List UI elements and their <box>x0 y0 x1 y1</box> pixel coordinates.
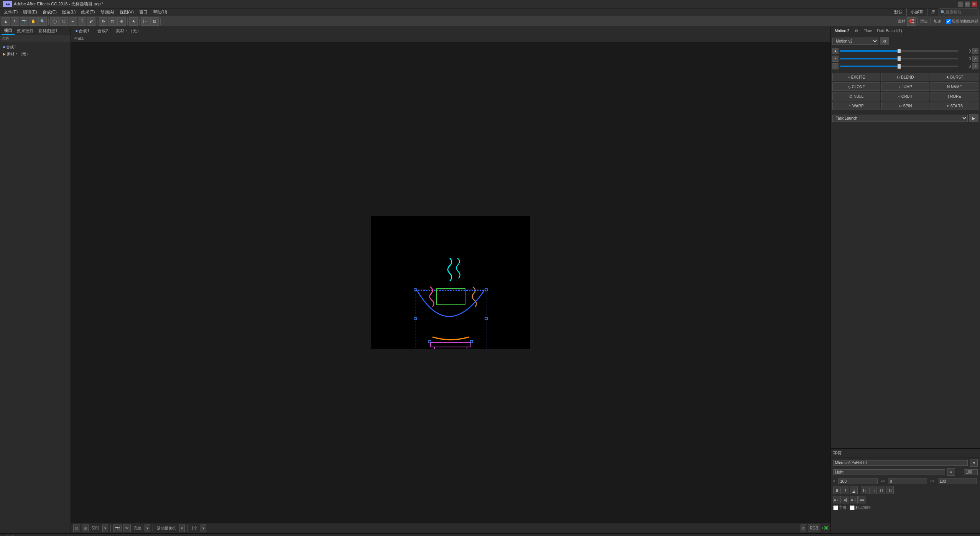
slider-1-thumb[interactable] <box>898 49 901 53</box>
btn-burst[interactable]: ★ BURST <box>931 73 978 81</box>
close-button[interactable]: ✕ <box>972 2 977 7</box>
tool-pen[interactable]: ✒ <box>69 17 77 26</box>
btn-stars[interactable]: ✦ STARS <box>931 102 978 110</box>
tool-rotate[interactable]: ↻ <box>11 17 19 26</box>
btn-clone[interactable]: ◇ CLONE <box>832 82 880 91</box>
tool-puppet[interactable]: ⊕ <box>117 17 126 26</box>
subscript-btn[interactable]: T↓ <box>869 487 877 494</box>
toggle-alpha[interactable]: α <box>801 524 807 532</box>
btn-jump[interactable]: ↓ JUMP <box>881 82 929 91</box>
motion-settings-btn[interactable]: ⚙ <box>880 37 889 45</box>
slider-1-btn[interactable]: ● <box>832 48 839 54</box>
snap-btn[interactable]: 🧲 <box>907 17 916 26</box>
plugin-tab-flow[interactable]: Flow <box>861 28 874 34</box>
slider-3-track[interactable] <box>840 66 958 67</box>
btn-orbit[interactable]: ○ ORBIT <box>881 92 929 100</box>
btn-spin[interactable]: ↻ SPIN <box>881 102 929 110</box>
tool-text[interactable]: T <box>78 17 86 26</box>
superscript-btn[interactable]: T↑ <box>861 487 868 494</box>
tool-brush[interactable]: 🖌 <box>87 17 95 26</box>
all-caps-btn[interactable]: TT <box>878 487 885 494</box>
underline-btn[interactable]: U <box>850 487 858 494</box>
slider-3-btn[interactable]: ○ <box>832 63 839 69</box>
btn-name[interactable]: N NAME <box>931 82 978 91</box>
slider-2-thumb[interactable] <box>898 56 901 61</box>
camera-btn[interactable]: ▾ <box>179 524 185 532</box>
zimu-checkbox[interactable] <box>833 505 838 510</box>
resolution-btn[interactable]: ▾ <box>145 524 150 532</box>
tab-layers[interactable]: 彩林图层1 <box>36 27 60 35</box>
align-center-btn[interactable]: ≡| <box>842 496 849 503</box>
slider-1-track[interactable] <box>840 50 958 52</box>
minimize-button[interactable]: ─ <box>958 2 963 7</box>
bezier-checkbox[interactable] <box>946 19 951 24</box>
slider-2-graph[interactable]: ↗ <box>972 56 978 62</box>
tab-project[interactable]: 项目 <box>2 27 15 35</box>
slider-2-btn[interactable]: × <box>832 56 839 62</box>
tool-align1[interactable]: |← <box>141 17 150 26</box>
menu-effect[interactable]: 效果(T) <box>79 8 97 16</box>
menu-comp[interactable]: 合成(C) <box>40 8 59 16</box>
font-family-dropdown[interactable]: ▾ <box>970 459 978 467</box>
tool-mask[interactable]: ◯ <box>50 17 59 26</box>
biaodian-checkbox[interactable] <box>850 505 855 510</box>
slider-2-track[interactable] <box>840 58 958 59</box>
tracking-input[interactable] <box>938 478 977 484</box>
comp-tab-3[interactable]: 素材：（无） <box>113 27 144 35</box>
btn-null[interactable]: ∅ NULL <box>832 92 880 100</box>
plugin-tab-motion2[interactable]: Motion 2 <box>832 28 852 34</box>
font-style-dropdown[interactable]: ▾ <box>947 468 955 476</box>
comp-tab-1[interactable]: ■ 合成1 <box>72 27 93 35</box>
slider-3-thumb[interactable] <box>898 64 901 69</box>
bold-btn[interactable]: B <box>833 487 841 494</box>
small-caps-btn[interactable]: Tt <box>886 487 894 494</box>
view-count-btn[interactable]: ▾ <box>201 524 206 532</box>
menu-edit[interactable]: 编辑(E) <box>21 8 39 16</box>
workspace-small[interactable]: 小屏幕 <box>908 8 926 16</box>
workspace-default[interactable]: 默认 <box>892 8 905 16</box>
search-input[interactable] <box>946 10 977 14</box>
tool-select[interactable]: ▲ <box>2 17 10 26</box>
tool-eraser[interactable]: ◻ <box>108 17 117 26</box>
font-style-input[interactable] <box>833 469 945 475</box>
font-family-input[interactable] <box>833 460 968 466</box>
kerning-input[interactable] <box>888 478 927 484</box>
tab-effects[interactable]: 效果控件 <box>15 27 36 35</box>
zoom-btn[interactable]: ▾ <box>102 524 108 532</box>
menu-help[interactable]: 帮助(H) <box>151 8 169 16</box>
tool-star[interactable]: ★ <box>129 17 138 26</box>
btn-rope[interactable]: ʃ ROPE <box>931 92 978 100</box>
italic-btn[interactable]: I <box>842 487 849 494</box>
plugin-tab-gear[interactable]: ⚙ <box>852 28 860 34</box>
project-item-footage[interactable]: ▶ 素材：（无） <box>2 51 69 58</box>
btn-blend[interactable]: ⟨⟩ BLEND <box>881 73 929 81</box>
menu-window[interactable]: 窗口 <box>137 8 150 16</box>
menu-layer[interactable]: 图层(L) <box>60 8 78 16</box>
show-snapshot-btn[interactable]: 👁 <box>123 524 131 532</box>
reset-view-btn[interactable]: ⊡ <box>73 524 80 532</box>
tool-move[interactable]: ✋ <box>29 17 38 26</box>
menu-animation[interactable]: 动画(A) <box>98 8 117 16</box>
maximize-button[interactable]: □ <box>965 2 970 7</box>
tool-zoom[interactable]: 🔍 <box>38 17 47 26</box>
snapshot-btn[interactable]: 📷 <box>113 524 122 532</box>
task-launch-select[interactable]: Task Launch <box>832 115 968 122</box>
btn-warp[interactable]: ~ WARP <box>832 102 880 110</box>
plugin-tab-duik[interactable]: Duik Bassel(1) <box>875 28 904 34</box>
align-justify-btn[interactable]: ≡≡ <box>858 496 866 503</box>
slider-1-graph[interactable]: ↗ <box>972 48 978 54</box>
btn-excite[interactable]: + EXCITE <box>832 73 880 81</box>
tool-align2[interactable]: ⊡ <box>150 17 159 26</box>
workspace-standard[interactable]: 库 <box>929 8 938 16</box>
menu-file[interactable]: 文件(F) <box>2 8 20 16</box>
align-left-btn[interactable]: ≡← <box>833 496 841 503</box>
tool-clone[interactable]: ♻ <box>99 17 107 26</box>
project-item-comp[interactable]: ■ 合成1 <box>2 44 69 51</box>
tool-camera[interactable]: 📷 <box>20 17 28 26</box>
safe-zones-btn[interactable]: ⊞ <box>82 524 89 532</box>
comp-tab-2[interactable]: 合成2 <box>94 27 111 35</box>
menu-view[interactable]: 视图(V) <box>117 8 136 16</box>
tool-shape[interactable]: ⬡ <box>59 17 68 26</box>
slider-3-graph[interactable]: ↗ <box>972 63 978 69</box>
motion-version-select[interactable]: Motion v2 <box>832 38 878 45</box>
